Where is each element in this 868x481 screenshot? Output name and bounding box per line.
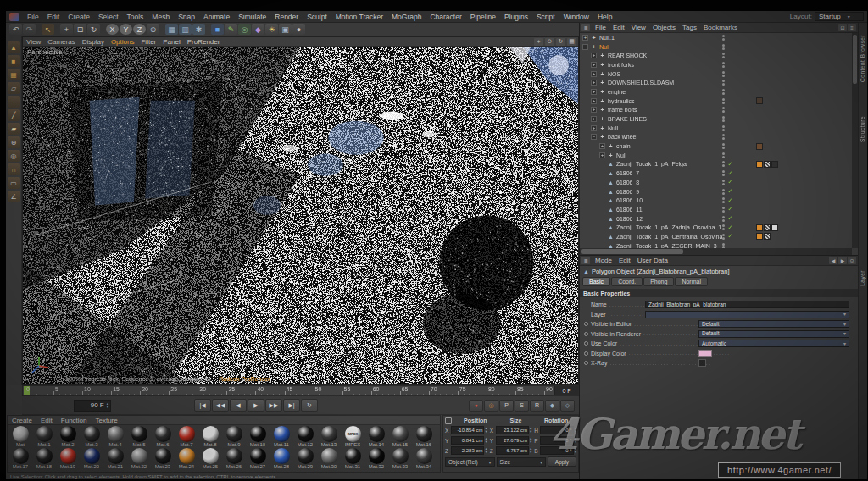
rotate-tool[interactable]: ↻ xyxy=(87,24,100,35)
object-row[interactable]: ▲Zadnji_Tocak_1_pA_ZEGER_MAIN_3 xyxy=(580,241,852,248)
object-row[interactable]: ++DOWNSHIELD.SLDASM xyxy=(580,78,852,87)
object-row[interactable]: ▲61806_10✓ xyxy=(580,196,852,205)
app-logo-icon[interactable] xyxy=(9,13,19,21)
spinner-icon[interactable] xyxy=(575,427,576,434)
enabled-check-icon[interactable]: ✓ xyxy=(726,206,734,213)
main-menu-sculpt[interactable]: Sculpt xyxy=(303,13,331,21)
value-field[interactable]: -10.854 cm xyxy=(451,426,484,434)
keyframe-circle-icon[interactable] xyxy=(584,332,588,336)
autokey-button[interactable]: ◎ xyxy=(484,400,498,412)
keyframe-circle-icon[interactable] xyxy=(584,341,588,346)
expand-icon[interactable]: + xyxy=(591,89,597,95)
spinner-icon[interactable] xyxy=(575,437,576,444)
enabled-check-icon[interactable]: ✓ xyxy=(726,161,734,168)
object-row[interactable]: ▲Zadnji_Tocak_1_pA_Zadnja_Osovina_1✓ xyxy=(580,223,852,232)
viewport-menu-view[interactable]: View xyxy=(23,38,44,46)
undo-button[interactable]: ↶ xyxy=(9,24,22,35)
render-viewport[interactable] xyxy=(23,47,578,384)
object-row[interactable]: ▲61806_9✓ xyxy=(580,187,852,196)
visibility-toggle-icon[interactable] xyxy=(722,152,725,158)
spinner-icon[interactable] xyxy=(485,437,487,444)
object-row[interactable]: ++Null.1 xyxy=(580,33,852,42)
material-thumbnail[interactable]: Mat.25 xyxy=(199,448,221,470)
add-material-menu-button[interactable]: ● xyxy=(292,24,305,35)
lock-y-axis-button[interactable]: Y xyxy=(120,24,132,35)
visibility-toggle-icon[interactable] xyxy=(722,234,725,240)
main-menu-pipeline[interactable]: Pipeline xyxy=(466,13,500,21)
materials-menu-edit[interactable]: Edit xyxy=(36,417,57,424)
material-thumbnail[interactable]: Mat.24 xyxy=(175,448,198,470)
am-back-icon[interactable]: ◀ xyxy=(829,257,837,264)
value-field[interactable]: 0 ° xyxy=(540,446,573,455)
visibility-toggle-icon[interactable] xyxy=(722,134,725,140)
render-view-button[interactable]: ▦ xyxy=(165,24,178,35)
spinner-icon[interactable] xyxy=(107,402,108,409)
enabled-check-icon[interactable]: ✓ xyxy=(726,224,734,231)
viewport-menu-display[interactable]: Display xyxy=(79,38,108,46)
material-thumbnail[interactable]: Mat.21 xyxy=(104,448,126,470)
model-mode-button[interactable]: ■ xyxy=(8,55,20,67)
side-tab-layer[interactable]: Layer xyxy=(860,270,865,286)
polygons-mode-button[interactable]: ▰ xyxy=(8,123,20,135)
visibility-toggle-icon[interactable] xyxy=(722,224,725,230)
timeline-ruler[interactable]: 051015202530354045505560657075808590 xyxy=(23,386,554,395)
value-field[interactable]: -2.283 cm xyxy=(451,446,484,455)
material-thumbnail[interactable]: Mat.29 xyxy=(294,448,316,470)
record-rotation-toggle[interactable]: R xyxy=(530,400,544,412)
material-tag-icon[interactable] xyxy=(756,224,763,231)
next-frame-button[interactable]: ▶▶ xyxy=(265,399,282,412)
toggle-views-icon[interactable]: ▦ xyxy=(567,38,576,46)
loop-button[interactable]: ↻ xyxy=(301,399,318,412)
lock-z-axis-button[interactable]: Z xyxy=(133,24,146,35)
attr-tab-phong[interactable]: Phong xyxy=(643,277,674,286)
material-thumbnail[interactable]: Mat.30 xyxy=(318,448,340,470)
enabled-check-icon[interactable]: ✓ xyxy=(726,197,734,204)
object-row[interactable]: ▲61806_8✓ xyxy=(580,178,852,187)
render-to-picture-viewer-button[interactable]: ▥ xyxy=(179,24,192,35)
scrollbar-thumb[interactable] xyxy=(581,249,683,254)
am-forward-icon[interactable]: ▶ xyxy=(838,257,847,264)
object-manager-menu-tags[interactable]: Tags xyxy=(679,24,700,31)
main-menu-select[interactable]: Select xyxy=(94,13,123,21)
record-pla-toggle[interactable]: ◇ xyxy=(560,400,575,412)
panel-menu-icon[interactable]: ≣ xyxy=(581,24,590,31)
main-menu-tools[interactable]: Tools xyxy=(123,13,148,21)
material-tag-icon[interactable] xyxy=(756,161,763,168)
prev-key-button[interactable]: ◀◀ xyxy=(212,399,229,412)
record-scale-toggle[interactable]: S xyxy=(515,400,529,412)
visibility-toggle-icon[interactable] xyxy=(722,71,725,77)
object-row[interactable]: ++front forks xyxy=(580,60,852,69)
expand-icon[interactable]: + xyxy=(591,62,597,68)
material-thumbnail[interactable]: Mat.1 xyxy=(33,426,55,448)
object-tree-vertical-scrollbar[interactable] xyxy=(852,33,858,248)
material-tag-icon[interactable] xyxy=(756,233,763,240)
edges-mode-button[interactable]: ╱ xyxy=(8,109,20,121)
visibility-toggle-icon[interactable] xyxy=(722,53,725,58)
main-menu-snap[interactable]: Snap xyxy=(174,13,199,21)
material-thumbnail[interactable]: Mat.27 xyxy=(247,448,269,470)
scrollbar-thumb[interactable] xyxy=(853,35,857,84)
attribute-menu-user-data[interactable]: User Data xyxy=(634,257,671,264)
apply-button[interactable]: Apply xyxy=(548,456,576,467)
material-thumbnail[interactable]: Mat.17 xyxy=(9,448,31,470)
uv-tag-icon[interactable] xyxy=(764,233,771,240)
main-menu-file[interactable]: File xyxy=(23,13,43,21)
redo-button[interactable]: ↷ xyxy=(23,24,36,35)
next-key-button[interactable]: ▶| xyxy=(283,399,300,412)
material-thumbnail[interactable]: Mat.6 xyxy=(152,426,174,448)
visibility-toggle-icon[interactable] xyxy=(722,180,725,185)
object-row[interactable]: ▲Zadnji_Tocak_1_pA_Centralna_Osovina_2✓ xyxy=(580,232,852,241)
attr-tab-coord-[interactable]: Coord. xyxy=(611,277,643,286)
object-row[interactable]: ▲61806_12✓ xyxy=(580,214,852,224)
expand-icon[interactable]: + xyxy=(591,71,597,77)
frame-range-field[interactable]: 90 F xyxy=(74,400,111,412)
spinner-icon[interactable] xyxy=(485,427,487,434)
material-thumbnail[interactable]: Mat.26 xyxy=(223,448,245,470)
spinner-icon[interactable] xyxy=(485,447,487,454)
expand-icon[interactable]: + xyxy=(591,107,597,113)
object-manager-menu-edit[interactable]: Edit xyxy=(609,24,628,31)
uv-tag-icon[interactable] xyxy=(764,224,771,231)
material-thumbnail[interactable]: Mat.22 xyxy=(128,448,150,470)
material-thumbnail[interactable]: Mat.11 xyxy=(270,426,292,448)
record-parameter-toggle[interactable]: ◆ xyxy=(545,400,559,412)
